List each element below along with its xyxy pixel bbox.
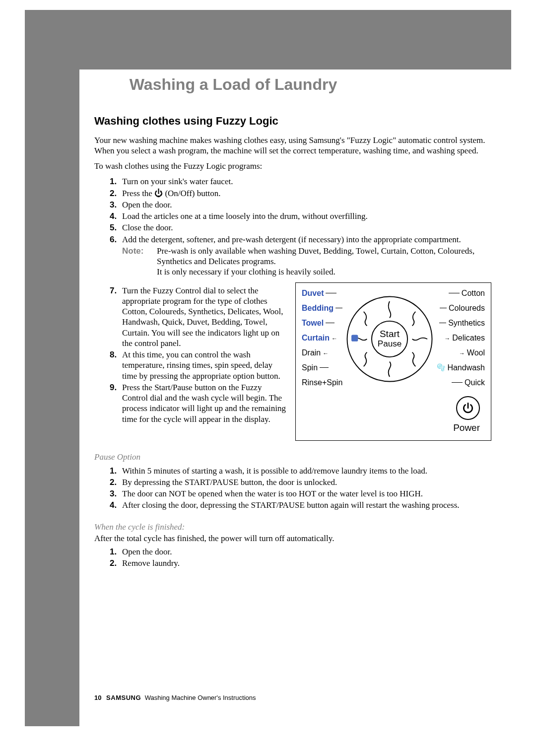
steps-continued: Turn the Fuzzy Control dial to select th… <box>94 282 286 441</box>
control-dial-diagram: Duvet Bedding Towel Curtain Drain Spin R… <box>295 282 491 441</box>
step-3: Open the door. <box>119 200 491 210</box>
page-title-box: Washing a Load of Laundry <box>79 69 387 99</box>
pause-option-heading: Pause Option <box>94 452 491 462</box>
pause-item-2: By depressing the START/PAUSE button, th… <box>119 477 491 487</box>
left-gray-band <box>25 10 79 726</box>
label-rinse-spin: Rinse+Spin <box>302 378 342 388</box>
svg-rect-2 <box>352 335 357 341</box>
intro-paragraph-2: To wash clothes using the Fuzzy Logic pr… <box>94 161 491 171</box>
label-handwash: Handwash <box>447 363 485 373</box>
label-synthetics: Synthetics <box>448 318 485 328</box>
dial-start-text: Start <box>380 329 400 339</box>
label-spin: Spin <box>302 363 318 373</box>
step-6-text: Add the detergent, softener, and pre-was… <box>122 235 461 244</box>
dial-pause-text: Pause <box>378 339 402 348</box>
step-5: Close the door. <box>119 222 491 233</box>
page-number: 10 <box>94 694 101 701</box>
step-8: At this time, you can control the wash t… <box>119 349 286 381</box>
step-1: Turn on your sink's water faucet. <box>119 176 491 187</box>
dial-svg: Start Pause <box>342 292 437 386</box>
pause-item-1: Within 5 minutes of starting a wash, it … <box>119 466 491 476</box>
power-icon <box>456 396 480 420</box>
label-duvet: Duvet <box>302 288 324 298</box>
label-delicates: Delicates <box>452 333 485 343</box>
page-title: Washing a Load of Laundry <box>130 75 337 94</box>
label-towel: Towel <box>302 318 324 328</box>
note-line-1: Pre-wash is only available when washing … <box>157 246 474 266</box>
finished-list: Open the door. Remove laundry. <box>94 547 491 569</box>
section-heading: Washing clothes using Fuzzy Logic <box>94 114 491 128</box>
finished-heading: When the cycle is finished: <box>94 522 491 532</box>
note-body: Pre-wash is only available when washing … <box>157 246 491 277</box>
note-label: Note: <box>122 246 157 277</box>
pause-option-list: Within 5 minutes of starting a wash, it … <box>94 466 491 511</box>
content-area: Washing clothes using Fuzzy Logic Your n… <box>94 114 491 574</box>
arrow-right-icon <box>459 348 465 358</box>
finished-lead: After the total cycle has finished, the … <box>94 533 491 544</box>
label-quick: Quick <box>465 378 485 388</box>
label-drain: Drain <box>302 348 321 358</box>
step-6: Add the detergent, softener, and pre-was… <box>119 234 491 277</box>
finished-item-2: Remove laundry. <box>119 558 491 568</box>
step-7: Turn the Fuzzy Control dial to select th… <box>119 285 286 349</box>
label-bedding: Bedding <box>302 303 334 313</box>
steps-list-2: Turn the Fuzzy Control dial to select th… <box>94 285 286 424</box>
page-footer: 10 SAMSUNG Washing Machine Owner's Instr… <box>94 694 256 701</box>
pause-item-4: After closing the door, depressing the S… <box>119 500 491 510</box>
note-block: Note: Pre-wash is only available when wa… <box>122 246 491 277</box>
intro-paragraph-1: Your new washing machine makes washing c… <box>94 135 491 156</box>
steps-list-1: Turn on your sink's water faucet. Press … <box>94 176 491 277</box>
arrow-left-icon <box>332 333 337 343</box>
finished-item-1: Open the door. <box>119 547 491 557</box>
footer-brand: SAMSUNG <box>106 694 141 701</box>
step-4: Load the articles one at a time loosely … <box>119 211 491 221</box>
step-9: Press the Start/Pause button on the Fuzz… <box>119 382 286 424</box>
arrow-right-icon <box>444 333 450 343</box>
handwash-icon: 🫧 <box>437 363 445 372</box>
pause-item-3: The door can NOT be opened when the wate… <box>119 488 491 499</box>
header-gray-band <box>25 10 511 69</box>
footer-text: Washing Machine Owner's Instructions <box>145 694 256 701</box>
label-curtain: Curtain <box>302 333 330 343</box>
diagram-right-labels: Cotton Coloureds Synthetics Delicates Wo… <box>437 288 485 388</box>
step-2: Press the ⏻ (On/Off) button. <box>119 188 491 199</box>
power-label: Power <box>302 422 480 434</box>
label-coloureds: Coloureds <box>449 303 485 313</box>
power-block: Power <box>302 396 485 434</box>
dial-graphic: Start Pause <box>342 288 437 386</box>
two-column-row: Turn the Fuzzy Control dial to select th… <box>94 282 491 441</box>
diagram-left-labels: Duvet Bedding Towel Curtain Drain Spin R… <box>302 288 342 388</box>
note-line-2: It is only necessary if your clothing is… <box>157 267 335 276</box>
label-cotton: Cotton <box>462 288 485 298</box>
arrow-left-icon <box>323 348 329 358</box>
label-wool: Wool <box>467 348 485 358</box>
